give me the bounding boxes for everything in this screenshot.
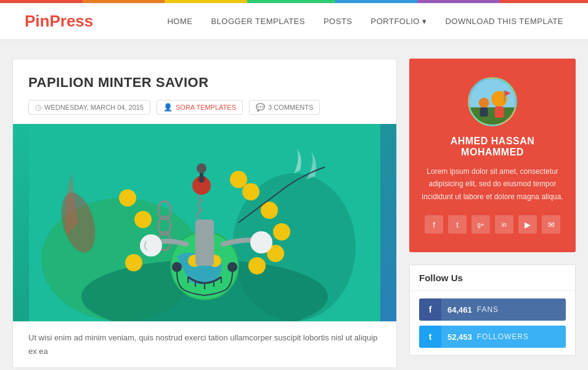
post-date: ◷ WEDNESDAY, MARCH 04, 2015 [28,100,150,115]
googleplus-social-icon[interactable]: g+ [472,215,490,234]
post-title: PAPILION MINTER SAVIOR [28,75,381,91]
post-author[interactable]: 👤 SORA TEMPLATES [157,100,243,115]
svg-rect-38 [470,107,515,125]
svg-rect-42 [480,107,488,117]
comment-icon: 💬 [256,103,265,112]
follow-widget-title: Follow Us [410,265,575,291]
follow-widget-content: f 64,461 FANS t 52,453 FOLLOWERS [410,291,575,355]
main-nav: HOME BLOGGER TEMPLATES POSTS PORTFOLIO ▾… [167,17,563,26]
svg-point-35 [227,262,237,272]
user-icon: 👤 [163,103,173,112]
svg-point-26 [248,257,266,274]
main-container: PAPILION MINTER SAVIOR ◷ WEDNESDAY, MARC… [0,59,588,368]
facebook-social-icon[interactable]: f [425,215,443,234]
facebook-icon: f [419,298,441,321]
post-image [13,124,396,321]
nav-portfolio[interactable]: PORTFOLIO ▾ [371,17,427,26]
facebook-follow-item[interactable]: f 64,461 FANS [419,298,566,321]
svg-point-22 [242,183,259,200]
header: PinPress HOME BLOGGER TEMPLATES POSTS PO… [0,3,588,40]
svg-point-21 [197,163,206,173]
email-social-icon[interactable]: ✉ [542,215,560,234]
nav-home[interactable]: HOME [167,17,192,26]
svg-point-34 [172,262,182,272]
nav-posts[interactable]: POSTS [324,17,353,26]
follow-widget: Follow Us f 64,461 FANS t 52,453 FOLLOWE… [409,265,576,356]
svg-point-28 [134,211,152,228]
sidebar: AHMED HASSAN MOHAMMED Lorem ipsum dolor … [409,59,576,368]
facebook-count: 64,461 FANS [441,298,566,321]
post-comments[interactable]: 💬 3 COMMENTS [249,100,320,115]
svg-rect-17 [195,220,214,266]
nav-download[interactable]: DOWNLOAD THIS TEMPLATE [445,17,563,26]
twitter-social-icon[interactable]: t [448,215,467,234]
social-icons: f t g+ in ▶ ✉ [422,215,563,234]
linkedin-social-icon[interactable]: in [495,215,513,234]
avatar [468,77,517,126]
svg-point-30 [125,254,142,271]
author-bio: Lorem ipsum dolor sit amet, consectetur … [422,165,563,203]
nav-blogger-templates[interactable]: BLOGGER TEMPLATES [211,17,305,26]
twitter-count: 52,453 FOLLOWERS [441,326,566,348]
clock-icon: ◷ [35,103,41,112]
post-excerpt: Ut wisi enim ad minim veniam, quis nostr… [13,321,396,368]
svg-point-31 [230,171,247,188]
svg-point-33 [250,231,272,253]
post-content: PAPILION MINTER SAVIOR ◷ WEDNESDAY, MARC… [12,59,397,368]
author-name: AHMED HASSAN MOHAMMED [422,136,563,158]
svg-point-41 [479,98,489,109]
chevron-down-icon: ▾ [422,17,427,26]
post-header: PAPILION MINTER SAVIOR ◷ WEDNESDAY, MARC… [13,59,396,124]
svg-point-32 [140,234,162,257]
twitter-icon: t [419,326,441,348]
youtube-social-icon[interactable]: ▶ [518,215,537,234]
svg-rect-43 [504,91,505,102]
twitter-follow-item[interactable]: t 52,453 FOLLOWERS [419,326,566,348]
svg-point-27 [119,189,136,207]
post-meta: ◷ WEDNESDAY, MARCH 04, 2015 👤 SORA TEMPL… [28,100,381,115]
svg-rect-40 [495,106,504,118]
site-logo[interactable]: PinPress [25,12,93,31]
author-card: AHMED HASSAN MOHAMMED Lorem ipsum dolor … [409,59,576,252]
svg-point-24 [273,223,290,240]
